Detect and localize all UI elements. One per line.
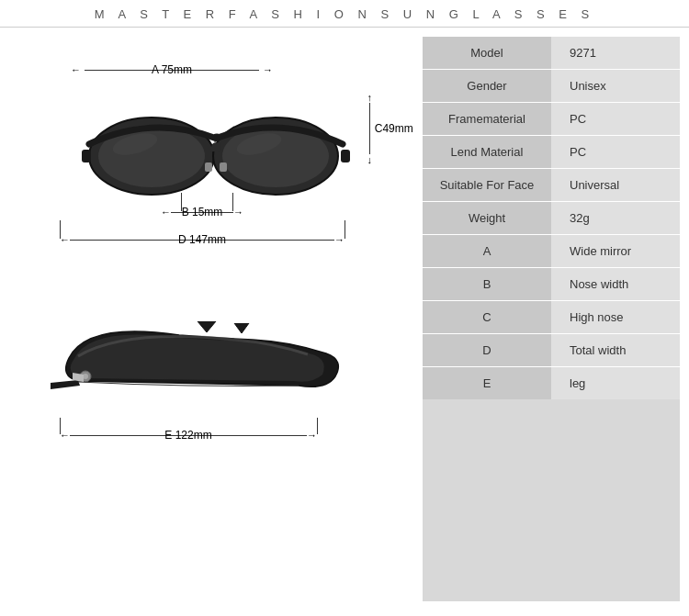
spec-row: Eleg bbox=[423, 367, 680, 400]
spec-label: Lend Material bbox=[423, 136, 551, 169]
spec-row: BNose width bbox=[423, 268, 680, 301]
dimension-c-line: ↑ C49mm ↓ bbox=[367, 92, 373, 165]
dim-a-label: A 75mm bbox=[152, 63, 192, 76]
svg-rect-5 bbox=[341, 150, 350, 162]
spec-value: Unisex bbox=[551, 70, 680, 103]
top-view-container: ← A 75mm → ↑ C49mm ↓ ← B 15mm → bbox=[41, 37, 390, 294]
spec-label: A bbox=[423, 235, 551, 268]
spec-label: Gender bbox=[423, 70, 551, 103]
product-image-panel: ← A 75mm → ↑ C49mm ↓ ← B 15mm → bbox=[0, 28, 423, 610]
spec-value: 9271 bbox=[551, 37, 680, 70]
dimension-b-line: ← B 15mm → bbox=[161, 207, 243, 218]
dimension-a-line: ← A 75mm → bbox=[71, 64, 273, 75]
dimension-d-line: ← D 147mm → bbox=[60, 234, 344, 245]
bottom-view-container: ← E 122mm → bbox=[41, 294, 390, 477]
d-line-left bbox=[60, 220, 61, 239]
spec-row: Weight32g bbox=[423, 202, 680, 235]
dim-e-label: E 122mm bbox=[164, 429, 211, 442]
dimension-e-line: ← E 122mm → bbox=[60, 430, 317, 441]
spec-value: PC bbox=[551, 103, 680, 136]
spec-label: Model bbox=[423, 37, 551, 70]
spec-label: D bbox=[423, 334, 551, 367]
spec-value: Total width bbox=[551, 334, 680, 367]
spec-label: B bbox=[423, 268, 551, 301]
spec-row: Lend MaterialPC bbox=[423, 136, 680, 169]
spec-value: 32g bbox=[551, 202, 680, 235]
b-line-left bbox=[181, 193, 182, 211]
spec-label: Weight bbox=[423, 202, 551, 235]
specs-panel: Model9271GenderUnisexFramematerialPCLend… bbox=[423, 37, 680, 601]
svg-rect-9 bbox=[220, 162, 227, 172]
svg-rect-4 bbox=[82, 150, 91, 162]
dim-d-label: D 147mm bbox=[178, 233, 226, 246]
spec-row: Suitable For FaceUniversal bbox=[423, 169, 680, 202]
e-line-right bbox=[317, 418, 318, 434]
spec-value: High nose bbox=[551, 301, 680, 334]
svg-rect-8 bbox=[205, 162, 212, 172]
spec-label: E bbox=[423, 367, 551, 400]
spec-value: Wide mirror bbox=[551, 235, 680, 268]
spec-value: leg bbox=[551, 367, 680, 400]
spec-value: Universal bbox=[551, 169, 680, 202]
spec-value: Nose width bbox=[551, 268, 680, 301]
spec-row: CHigh nose bbox=[423, 301, 680, 334]
dim-b-label: B 15mm bbox=[182, 206, 223, 218]
spec-row: DTotal width bbox=[423, 334, 680, 367]
spec-label: C bbox=[423, 301, 551, 334]
e-line-left bbox=[60, 418, 61, 434]
brand-title: M A S T E R F A S H I O N S U N G L A S … bbox=[95, 7, 594, 21]
sunglasses-side-image bbox=[51, 303, 363, 422]
spec-label: Suitable For Face bbox=[423, 169, 551, 202]
spec-label: Framematerial bbox=[423, 103, 551, 136]
spec-row: Model9271 bbox=[423, 37, 680, 70]
d-line-right bbox=[344, 220, 345, 239]
b-line-right bbox=[232, 193, 233, 211]
spec-row: AWide mirror bbox=[423, 235, 680, 268]
main-content: ← A 75mm → ↑ C49mm ↓ ← B 15mm → bbox=[0, 28, 689, 610]
spec-row: FramematerialPC bbox=[423, 103, 680, 136]
spec-row: GenderUnisex bbox=[423, 70, 680, 103]
specs-table: Model9271GenderUnisexFramematerialPCLend… bbox=[423, 37, 680, 399]
spec-value: PC bbox=[551, 136, 680, 169]
brand-header: M A S T E R F A S H I O N S U N G L A S … bbox=[0, 0, 689, 28]
dim-c-label: C49mm bbox=[375, 122, 413, 135]
